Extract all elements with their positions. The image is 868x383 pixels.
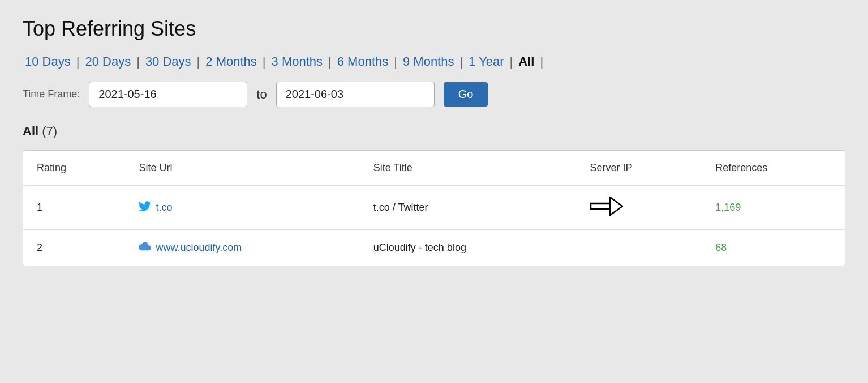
time-filter-bar: 10 Days | 20 Days | 30 Days | 2 Months |…	[23, 54, 845, 69]
col-header-site-title: Site Title	[360, 151, 577, 186]
separator-8: |	[510, 54, 513, 69]
separator-2: |	[136, 54, 140, 69]
col-header-server-ip: Server IP	[576, 151, 702, 186]
results-count: (7)	[42, 124, 57, 138]
date-from-input[interactable]	[89, 82, 247, 107]
results-label: All	[23, 124, 38, 138]
separator-1: |	[76, 54, 80, 69]
filter-all[interactable]: All	[516, 54, 536, 69]
filter-3months[interactable]: 3 Months	[269, 54, 325, 69]
table-row: 1 t.co t.co / Twitter	[23, 186, 845, 230]
filter-30days[interactable]: 30 Days	[143, 54, 194, 69]
col-header-rating: Rating	[23, 151, 125, 186]
cell-url-2: www.ucloudify.com	[125, 230, 359, 266]
arrow-right-icon	[590, 196, 624, 219]
svg-rect-0	[591, 203, 612, 209]
cell-url-1: t.co	[125, 186, 359, 230]
filter-20days[interactable]: 20 Days	[83, 54, 133, 69]
page-title: Top Referring Sites	[23, 17, 845, 41]
data-table-container: Rating Site Url Site Title Server IP Ref…	[23, 150, 845, 266]
cell-ip-2	[576, 230, 702, 266]
svg-marker-1	[610, 197, 622, 215]
cell-references-2: 68	[702, 230, 845, 266]
twitter-icon	[139, 200, 151, 215]
timeframe-row: Time Frame: to Go	[23, 82, 845, 107]
cell-references-1: 1,169	[702, 186, 845, 230]
filter-9months[interactable]: 9 Months	[401, 54, 457, 69]
site-url-link-1[interactable]: t.co	[156, 202, 172, 214]
results-summary: All (7)	[23, 124, 845, 139]
col-header-site-url: Site Url	[125, 151, 359, 186]
separator-5: |	[328, 54, 332, 69]
separator-3: |	[197, 54, 200, 69]
site-url-link-2[interactable]: www.ucloudify.com	[156, 242, 242, 254]
separator-9: |	[540, 54, 543, 69]
filter-2months[interactable]: 2 Months	[203, 54, 259, 69]
table-header-row: Rating Site Url Site Title Server IP Ref…	[23, 151, 845, 186]
cell-title-1: t.co / Twitter	[360, 186, 577, 230]
col-header-references: References	[702, 151, 845, 186]
separator-7: |	[459, 54, 463, 69]
cell-ip-1	[576, 186, 702, 230]
separator-6: |	[394, 54, 397, 69]
separator-4: |	[263, 54, 266, 69]
table-row: 2 www.ucloudify.com uCloudif	[23, 230, 845, 266]
cell-rating-2: 2	[23, 230, 125, 266]
cell-title-2: uCloudify - tech blog	[360, 230, 577, 266]
filter-6months[interactable]: 6 Months	[335, 54, 391, 69]
go-button[interactable]: Go	[444, 82, 488, 107]
filter-1year[interactable]: 1 Year	[466, 54, 506, 69]
ucloudify-icon	[139, 240, 151, 256]
cell-rating-1: 1	[23, 186, 125, 230]
filter-10days[interactable]: 10 Days	[23, 54, 73, 69]
to-label: to	[256, 87, 267, 102]
timeframe-label: Time Frame:	[23, 88, 80, 100]
date-to-input[interactable]	[276, 82, 435, 107]
referring-sites-table: Rating Site Url Site Title Server IP Ref…	[23, 151, 845, 266]
